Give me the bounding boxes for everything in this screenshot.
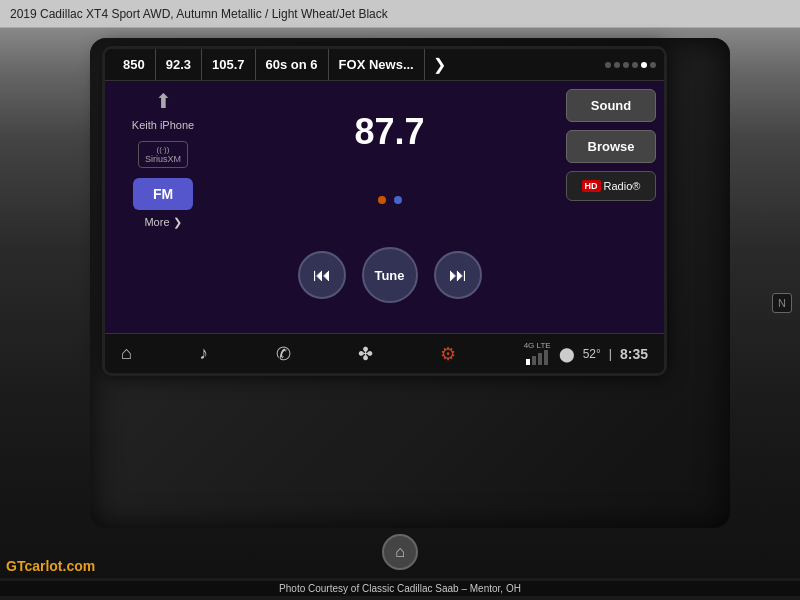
hd-radio-label: Radio® bbox=[604, 180, 641, 192]
location-icon: ⬤ bbox=[559, 346, 575, 362]
hd-badge: HD bbox=[582, 180, 601, 192]
car-title: 2019 Cadillac XT4 Sport AWD, Autumn Meta… bbox=[10, 7, 388, 21]
lte-signal: 4G LTE bbox=[524, 342, 551, 365]
preset-next-arrow[interactable]: ❯ bbox=[425, 55, 454, 74]
bar-2 bbox=[532, 356, 536, 365]
infotainment-screen: 850 92.3 105.7 60s on 6 FOX News... bbox=[105, 49, 664, 373]
left-panel: ⬆ Keith iPhone ((·)) SiriusXM FM More ❯ bbox=[113, 89, 213, 325]
gtcarlot-logo: GTcarlot.com bbox=[6, 558, 95, 574]
preset-bar: 850 92.3 105.7 60s on 6 FOX News... bbox=[105, 49, 664, 81]
main-content: ⬆ Keith iPhone ((·)) SiriusXM FM More ❯ … bbox=[105, 81, 664, 333]
temperature: 52° bbox=[583, 347, 601, 361]
nfc-badge: N bbox=[772, 293, 792, 313]
bar-4 bbox=[544, 350, 548, 365]
photo-credit: Photo Courtesy of Classic Cadillac Saab … bbox=[0, 581, 800, 596]
preset-fox[interactable]: FOX News... bbox=[329, 49, 425, 80]
preset-dots bbox=[605, 62, 656, 68]
prev-button[interactable]: ⏮ bbox=[298, 251, 346, 299]
hd-radio-button[interactable]: HD Radio® bbox=[566, 171, 656, 201]
sound-button[interactable]: Sound bbox=[566, 89, 656, 122]
playback-controls: ⏮ Tune ⏭ bbox=[298, 247, 482, 303]
right-panel: Sound Browse HD Radio® bbox=[566, 89, 656, 325]
home-physical-button[interactable]: ⌂ bbox=[382, 534, 418, 570]
music-nav-icon[interactable]: ♪ bbox=[199, 343, 208, 364]
dot-3 bbox=[623, 62, 629, 68]
preset-850[interactable]: 850 bbox=[113, 49, 156, 80]
center-panel: 87.7 ⏮ Tune bbox=[221, 89, 558, 325]
bar-1 bbox=[526, 359, 530, 365]
phone-nav-icon[interactable]: ✆ bbox=[276, 343, 291, 365]
signal-bars bbox=[526, 350, 548, 365]
preset-1057[interactable]: 105.7 bbox=[202, 49, 256, 80]
browse-button[interactable]: Browse bbox=[566, 130, 656, 163]
home-nav-icon[interactable]: ⌂ bbox=[121, 343, 132, 364]
next-button[interactable]: ⏭ bbox=[434, 251, 482, 299]
visualizer bbox=[378, 196, 402, 204]
clock: 8:35 bbox=[620, 346, 648, 362]
settings-nav-icon[interactable]: ⚙ bbox=[440, 343, 456, 365]
dot-4 bbox=[632, 62, 638, 68]
nav-bar: ⌂ ♪ ✆ ✤ ⚙ bbox=[105, 333, 664, 373]
preset-60s[interactable]: 60s on 6 bbox=[256, 49, 329, 80]
frequency-display: 87.7 bbox=[354, 111, 424, 153]
usb-icon: ⬆ bbox=[155, 89, 172, 113]
status-bar: 4G LTE ⬤ 52° | 8:35 bbox=[524, 342, 648, 365]
photo-frame: 2019 Cadillac XT4 Sport AWD, Autumn Meta… bbox=[0, 0, 800, 600]
vis-dot-blue bbox=[394, 196, 402, 204]
more-link[interactable]: More ❯ bbox=[144, 216, 181, 229]
fm-button[interactable]: FM bbox=[133, 178, 193, 210]
vis-dot-orange bbox=[378, 196, 386, 204]
sirius-logo[interactable]: ((·)) SiriusXM bbox=[138, 141, 188, 168]
connected-nav-icon[interactable]: ✤ bbox=[358, 343, 373, 365]
source-label: Keith iPhone bbox=[132, 119, 194, 131]
dot-1 bbox=[605, 62, 611, 68]
preset-923[interactable]: 92.3 bbox=[156, 49, 202, 80]
dot-2 bbox=[614, 62, 620, 68]
dot-6 bbox=[650, 62, 656, 68]
time-divider: | bbox=[609, 347, 612, 361]
tune-button[interactable]: Tune bbox=[362, 247, 418, 303]
bar-3 bbox=[538, 353, 542, 365]
dot-5 bbox=[641, 62, 647, 68]
